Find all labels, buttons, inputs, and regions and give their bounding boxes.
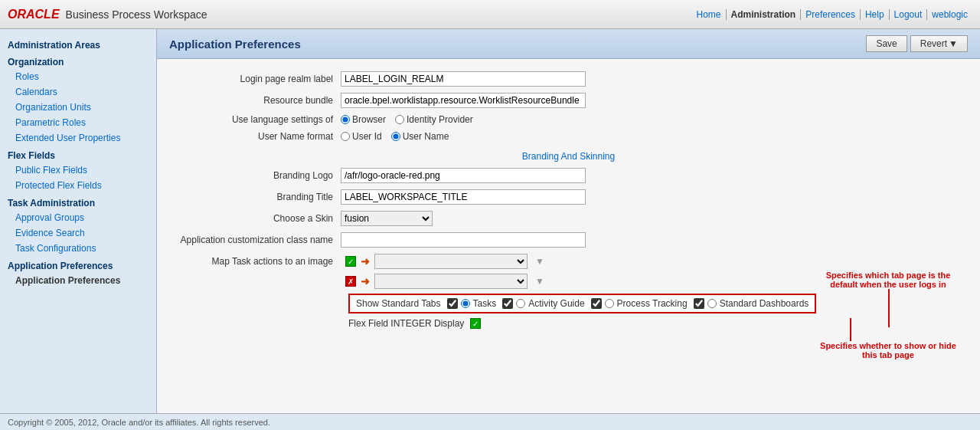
std-dashboards-label: Standard Dashboards	[720, 298, 809, 309]
username-id-radio[interactable]	[341, 132, 350, 141]
sidebar-item-evidence-search[interactable]: Evidence Search	[0, 225, 156, 241]
activity-guide-label: Activity Guide	[528, 298, 584, 309]
tab-item-tasks: Tasks	[447, 298, 497, 309]
language-browser-label: Browser	[352, 114, 386, 125]
sidebar-item-protected-flex[interactable]: Protected Flex Fields	[0, 178, 156, 193]
language-provider-radio[interactable]	[395, 115, 404, 124]
tab-item-process-tracking: Process Tracking	[591, 298, 688, 309]
flex-field-label: Flex Field INTEGER Display	[348, 318, 464, 329]
username-name-radio[interactable]	[391, 132, 400, 141]
main-layout: Administration Areas Organization Roles …	[0, 29, 980, 413]
page-title: Application Preferences	[169, 38, 301, 51]
revert-arrow-icon: ▼	[949, 38, 958, 49]
branding-logo-input[interactable]	[341, 168, 586, 183]
username-name-label: User Name	[403, 131, 449, 142]
std-dashboards-checkbox[interactable]	[694, 298, 704, 309]
annotation2-container: Specifies whether to show or hide this t…	[819, 318, 957, 359]
standard-tabs-container: Show Standard Tabs Tasks Activity Guide	[172, 294, 965, 313]
nav-administration[interactable]: Administration	[727, 9, 802, 20]
annotation2-text: Specifies whether to show or hide this t…	[819, 341, 957, 359]
login-realm-row: Login page realm label	[172, 71, 965, 87]
sidebar-section-flex-fields: Flex Fields	[0, 146, 156, 162]
flex-field-checkbox[interactable]: ✓	[470, 318, 481, 329]
nav-user[interactable]: weblogic	[927, 9, 972, 20]
username-name-option[interactable]: User Name	[391, 131, 449, 142]
activity-guide-radio[interactable]	[516, 299, 525, 308]
language-settings-row: Use language settings of Browser Identit…	[172, 114, 965, 125]
sidebar-item-task-configs[interactable]: Task Configurations	[0, 241, 156, 256]
username-id-label: User Id	[352, 131, 382, 142]
tasks-checkbox[interactable]	[447, 298, 458, 309]
sidebar-item-extended-user-props[interactable]: Extended User Properties	[0, 130, 156, 146]
tab-item-std-dashboards: Standard Dashboards	[694, 298, 809, 309]
language-provider-label: Identity Provider	[407, 114, 473, 125]
branding-logo-row: Branding Logo	[172, 168, 965, 183]
sidebar-item-calendars[interactable]: Calendars	[0, 84, 156, 100]
revert-label: Revert	[920, 38, 947, 49]
username-id-option[interactable]: User Id	[341, 131, 382, 142]
nav-home[interactable]: Home	[692, 9, 727, 20]
sidebar-section-organization: Organization	[0, 52, 156, 69]
customization-label: Application customization class name	[172, 235, 341, 245]
login-realm-label: Login page realm label	[172, 74, 341, 84]
revert-button[interactable]: Revert ▼	[910, 35, 968, 52]
tasks-label: Tasks	[473, 298, 497, 309]
language-provider-option[interactable]: Identity Provider	[395, 114, 473, 125]
sidebar-section-task-admin: Task Administration	[0, 193, 156, 210]
skin-row: Choose a Skin fusion blafplus-rich simpl…	[172, 211, 965, 226]
activity-guide-checkbox[interactable]	[502, 298, 513, 309]
process-tracking-checkbox[interactable]	[591, 298, 602, 309]
save-button[interactable]: Save	[866, 35, 906, 52]
map-task-check-red[interactable]: ✗	[345, 276, 356, 287]
map-task-check-green[interactable]: ✓	[345, 256, 356, 267]
nav-logout[interactable]: Logout	[890, 9, 928, 20]
sidebar-section-app-prefs: Application Preferences	[0, 256, 156, 273]
language-browser-radio[interactable]	[341, 115, 350, 124]
map-task-label: Map Task actions to an image	[172, 256, 341, 267]
dropdown-arrow2: ▼	[535, 276, 544, 287]
sidebar-item-public-flex[interactable]: Public Flex Fields	[0, 162, 156, 178]
login-realm-input[interactable]	[341, 71, 586, 87]
sidebar-item-parametric-roles[interactable]: Parametric Roles	[0, 115, 156, 130]
footer: Copyright © 2005, 2012, Oracle and/or it…	[0, 413, 980, 430]
process-tracking-label: Process Tracking	[617, 298, 688, 309]
arrow-right-icon: ➜	[361, 255, 370, 268]
skin-select[interactable]: fusion blafplus-rich simple	[341, 211, 433, 226]
sidebar-item-approval-groups[interactable]: Approval Groups	[0, 210, 156, 225]
annotation1-text: Specifies which tab page is the default …	[819, 271, 957, 289]
tasks-radio[interactable]	[461, 299, 470, 308]
skin-label: Choose a Skin	[172, 213, 341, 224]
sidebar-title: Administration Areas	[0, 35, 156, 52]
copyright-text: Copyright © 2005, 2012, Oracle and/or it…	[8, 418, 270, 427]
dropdown-arrow1: ▼	[535, 256, 544, 267]
nav-help[interactable]: Help	[861, 9, 890, 20]
username-format-label: User Name format	[172, 131, 341, 142]
sidebar-item-app-prefs[interactable]: Application Preferences	[0, 273, 156, 288]
nav-preferences[interactable]: Preferences	[801, 9, 861, 20]
sidebar-item-roles[interactable]: Roles	[0, 69, 156, 84]
resource-bundle-row: Resource bundle	[172, 93, 965, 108]
process-tracking-radio[interactable]	[605, 299, 614, 308]
app-header: ORACLE Business Process Workspace Home A…	[0, 0, 980, 29]
customization-row: Application customization class name	[172, 232, 965, 248]
branding-section-header: Branding And Skinning	[172, 151, 965, 162]
map-task-select2[interactable]	[374, 274, 528, 289]
map-task-select1[interactable]	[374, 254, 528, 269]
logo-area: ORACLE Business Process Workspace	[8, 8, 207, 21]
branding-title-input[interactable]	[341, 189, 586, 205]
customization-input[interactable]	[341, 232, 586, 248]
branding-title-label: Branding Title	[172, 192, 341, 202]
username-radio-group: User Id User Name	[341, 131, 449, 142]
language-browser-option[interactable]: Browser	[341, 114, 386, 125]
branding-title-row: Branding Title	[172, 189, 965, 205]
form-area: Login page realm label Resource bundle U…	[157, 59, 980, 341]
header-buttons: Save Revert ▼	[866, 35, 968, 52]
sidebar: Administration Areas Organization Roles …	[0, 29, 157, 413]
resource-bundle-input[interactable]	[341, 93, 586, 108]
tab-item-activity-guide: Activity Guide	[502, 298, 584, 309]
header-nav: Home Administration Preferences Help Log…	[692, 9, 972, 20]
sidebar-item-org-units[interactable]: Organization Units	[0, 100, 156, 115]
content-header: Application Preferences Save Revert ▼	[157, 29, 980, 59]
std-dashboards-radio[interactable]	[707, 299, 717, 308]
branding-logo-label: Branding Logo	[172, 170, 341, 181]
